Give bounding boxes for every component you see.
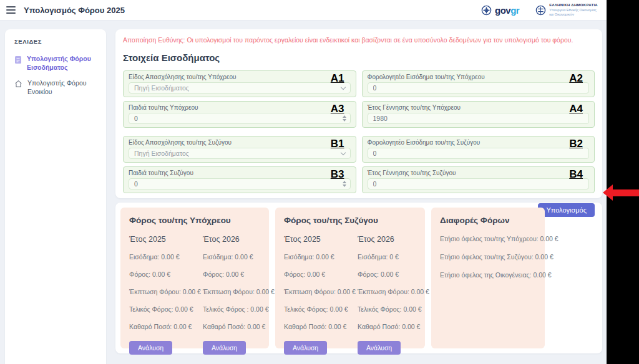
result-row: Ετήσιο όφελος του/της Υπόχρεου: 0.00 € (440, 235, 536, 242)
header-logos: govgr ΕΛΛΗΝΙΚΗ ΔΗΜΟΚΡΑΤΙΑ Υπουργείο Εθνι… (481, 3, 600, 16)
result-row: Έκπτωση Φόρου: 0.00 € (284, 288, 348, 295)
arrow-head-icon (603, 184, 613, 201)
menu-icon[interactable] (6, 6, 16, 14)
arrow-shaft (613, 189, 639, 196)
annotation-tag-b4: B4 (569, 168, 583, 181)
result-row: Καθαρό Ποσό: 0.00 € (203, 323, 266, 330)
taxable-income-spouse-input[interactable] (373, 150, 577, 157)
year-column-2025: Έτος 2025 Εισόδημα: 0.00 € Φόρος: 0.00 €… (284, 235, 348, 355)
results-card: Φόρος του/της Υπόχρεου Έτος 2025 Εισόδημ… (115, 203, 602, 353)
annotation-tag-a2: A2 (569, 72, 583, 85)
screenshot-black-bar (607, 0, 639, 364)
sidebar-item-label: Υπολογιστής Φόρου Ενοικίου (27, 79, 100, 96)
result-row: Εισόδημα: 0.00 € (129, 253, 193, 261)
document-icon (14, 55, 22, 64)
govgr-text-gov: gov (495, 5, 510, 16)
analysis-button[interactable]: Ανάλυση (129, 341, 172, 355)
sidebar: ΣΕΛΙΔΕΣ Υπολογιστής Φόρου Εισοδήματος Υπ… (5, 29, 106, 364)
result-row: Εισόδημα: 0 € (358, 253, 421, 261)
result-row: Φόρος: 0.00 € (284, 271, 348, 278)
sidebar-heading: ΣΕΛΙΔΕΣ (5, 38, 106, 51)
result-row: Καθαρό Ποσό: 0.00 € (284, 323, 348, 330)
result-row: Τελικός Φόρος: 0.00 € (284, 305, 348, 313)
field-label: Είδος Απασχόλησης του/της Συζύγου (129, 139, 351, 146)
panel-title: Φόρος του/της Υπόχρεου (129, 216, 260, 225)
ministry-name: ΕΛΛΗΝΙΚΗ ΔΗΜΟΚΡΑΤΙΑ (549, 3, 598, 8)
annotation-tag-b1: B1 (331, 138, 344, 150)
result-row: Τελικός Φόρος: 0.00 € (129, 305, 193, 313)
result-row: Φόρος: 0.00 € (203, 271, 266, 278)
section-heading: Στοιχεία Εισοδήματος (123, 52, 595, 63)
field-taxable-income-spouse: Φορολογητέο Εισόδημα του/της Συζύγου B2 (362, 136, 595, 163)
page-title: Υπολογισμός Φόρου 2025 (24, 6, 125, 15)
result-row: Καθαρό Ποσό: 0.00 € (129, 323, 193, 330)
income-form-card: Αποποίηση Ευθύνης: Οι υπολογισμοί του πα… (115, 29, 602, 198)
tax-differences-panel: Διαφορές Φόρων Ετήσιο όφελος του/της Υπό… (431, 208, 545, 348)
employment-type-spouse-select[interactable]: Πηγή Εισοδήματος (129, 148, 351, 159)
result-row: Εισόδημα: 0.00 € (203, 253, 266, 261)
govgr-emblem-icon (481, 5, 492, 16)
number-stepper-icon[interactable] (343, 115, 346, 122)
ministry-subtitle-1: Υπουργείο Εθνικής Οικονομίας (549, 8, 598, 12)
annotation-tag-b2: B2 (569, 138, 583, 150)
main-content: Αποποίηση Ευθύνης: Οι υπολογισμοί του πα… (115, 29, 602, 353)
field-employment-type-obligor: Είδος Απασχόλησης του/της Υπόχρεου Πηγή … (123, 70, 356, 97)
ministry-logo: ΕΛΛΗΝΙΚΗ ΔΗΜΟΚΡΑΤΙΑ Υπουργείο Εθνικής Οι… (535, 3, 598, 16)
field-birth-year-spouse: Έτος Γέννησης του/της Συζύγου B4 (362, 166, 595, 193)
field-taxable-income-obligor: Φορολογητέο Εισόδημα του/της Υπόχρεου A2 (362, 70, 595, 97)
sidebar-item-label: Υπολογιστής Φόρου Εισοδήματος (27, 55, 100, 72)
result-row: Έκπτωση Φόρου: 0.00 € (358, 288, 421, 295)
birth-year-obligor-input[interactable] (373, 115, 577, 122)
analysis-button[interactable]: Ανάλυση (284, 341, 327, 355)
field-label: Έτος Γέννησης του/της Υπόχρεου (368, 104, 590, 111)
panel-title: Διαφορές Φόρων (440, 216, 536, 225)
result-row: Καθαρό Ποσό: 0.00 € (358, 323, 421, 330)
ministry-subtitle-2: και Οικονομικών (549, 12, 598, 17)
home-icon (14, 80, 22, 88)
select-value: Πηγή Εισοδήματος (134, 84, 189, 92)
obligor-tax-panel: Φόρος του/της Υπόχρεου Έτος 2025 Εισόδημ… (120, 208, 269, 348)
spouse-tax-panel: Φόρος του/της Συζύγου Έτος 2025 Εισόδημα… (275, 208, 425, 348)
year-heading: Έτος 2025 (284, 235, 348, 244)
employment-type-obligor-select[interactable]: Πηγή Εισοδήματος (129, 82, 351, 93)
field-label: Έτος Γέννησης του/της Συζύγου (368, 170, 590, 176)
red-arrow-annotation (603, 184, 639, 201)
number-stepper-icon[interactable] (343, 181, 346, 187)
annotation-tag-a4: A4 (569, 103, 583, 115)
year-column-2026: Έτος 2026 Εισόδημα: 0.00 € Φόρος: 0.00 €… (203, 235, 266, 355)
result-row: Έκπτωση Φόρου: 0.00 € (129, 288, 193, 295)
govgr-logo: govgr (481, 5, 519, 16)
year-column-2026: Έτος 2026 Εισόδημα: 0 € Φόρος: 0.00 € Έκ… (358, 235, 421, 355)
sidebar-item-income-tax-calculator[interactable]: Υπολογιστής Φόρου Εισοδήματος (5, 51, 106, 75)
spouse-fields: Είδος Απασχόλησης του/της Συζύγου Πηγή Ε… (123, 136, 595, 193)
children-obligor-input[interactable] (134, 115, 338, 122)
field-label: Παιδιά του/της Υπόχρεου (129, 104, 351, 111)
obligor-fields: Είδος Απασχόλησης του/της Υπόχρεου Πηγή … (123, 70, 595, 128)
year-column-2025: Έτος 2025 Εισόδημα: 0.00 € Φόρος: 0.00 €… (129, 235, 193, 355)
field-birth-year-obligor: Έτος Γέννησης του/της Υπόχρεου A4 (362, 101, 595, 128)
panel-title: Φόρος του/της Συζύγου (284, 216, 416, 225)
sidebar-item-rent-tax-calculator[interactable]: Υπολογιστής Φόρου Ενοικίου (5, 75, 106, 100)
field-employment-type-spouse: Είδος Απασχόλησης του/της Συζύγου Πηγή Ε… (123, 136, 356, 163)
field-label: Φορολογητέο Εισόδημα του/της Υπόχρεου (368, 74, 590, 80)
year-heading: Έτος 2026 (203, 235, 266, 244)
result-row: Ετήσιο όφελος της Οικογένειας: 0.00 € (440, 271, 536, 279)
chevron-down-icon (340, 150, 345, 155)
children-spouse-input[interactable] (134, 180, 338, 188)
taxable-income-obligor-input[interactable] (373, 84, 577, 92)
annotation-tag-a3: A3 (331, 103, 344, 115)
result-row: Εισόδημα: 0.00 € (284, 253, 348, 261)
field-label: Είδος Απασχόλησης του/της Υπόχρεου (129, 74, 351, 80)
calculate-button[interactable]: Υπολογισμός (538, 203, 595, 217)
result-row: Τελικός Φόρος: 0.00 € (358, 305, 421, 313)
field-label: Φορολογητέο Εισόδημα του/της Συζύγου (368, 139, 590, 146)
result-row: Έκπτωση Φόρου: 0.00 € (203, 288, 266, 295)
greek-republic-emblem-icon (535, 5, 546, 16)
birth-year-spouse-input[interactable] (373, 180, 577, 188)
result-row: Ετήσιο όφελος του/της Συζύγου: 0.00 € (440, 253, 536, 261)
annotation-tag-a1: A1 (331, 72, 344, 85)
analysis-button[interactable]: Ανάλυση (358, 341, 401, 355)
top-header: Υπολογισμός Φόρου 2025 govgr ΕΛΛΗΝΙΚΗ ΔΗ… (0, 0, 607, 21)
field-children-spouse: Παιδιά του/της Συζύγου B3 (123, 166, 356, 193)
analysis-button[interactable]: Ανάλυση (203, 341, 246, 355)
